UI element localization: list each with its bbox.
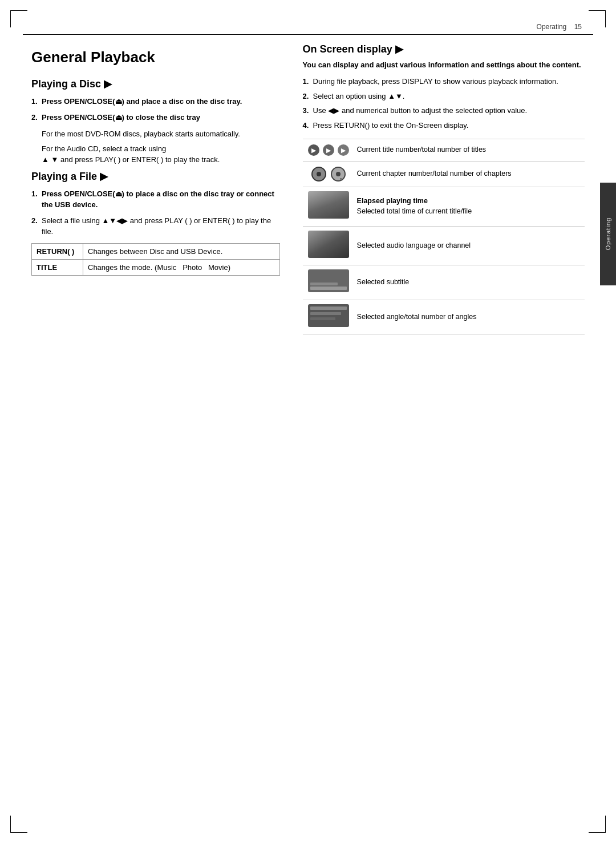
- disc-step-1: 1. Press OPEN/CLOSE(⏏) and place a disc …: [31, 96, 280, 107]
- table-val-return: Changes between Disc and USB Device.: [83, 243, 280, 259]
- corner-mark-bl: [10, 816, 27, 833]
- osd-desc-chapter: Current chapter number/total number of c…: [354, 162, 585, 187]
- file-steps-list: 1. Press OPEN/CLOSE(⏏) to place a disc o…: [31, 188, 280, 237]
- title-icon-2: ▶: [322, 143, 335, 157]
- osd-icon-title: ▶ ▶ ▶: [303, 139, 354, 162]
- svg-text:▶: ▶: [341, 147, 346, 154]
- header-page-number: 15: [574, 23, 582, 31]
- osd-elapsed-sub: Selected total time of current title/fil…: [357, 207, 472, 215]
- osd-desc-audio: Selected audio language or channel: [354, 226, 585, 265]
- table-key-title: TITLE: [32, 259, 83, 275]
- disc-note1: For the most DVD-ROM discs, playback sta…: [42, 128, 280, 140]
- page-container: Operating 15 4 Operating General Playbac…: [0, 0, 616, 843]
- osd-desc-elapsed: Elapsed playing time Selected total time…: [354, 187, 585, 227]
- title-icon-1: ▶: [307, 143, 321, 157]
- osd-icon-chapter: n: [303, 162, 354, 187]
- disc-step-1-text: Press OPEN/CLOSE(⏏) and place a disc on …: [42, 97, 242, 106]
- osd-desc-subtitle: Selected subtitle: [354, 265, 585, 300]
- osd-step-2-text: Select an option using ▲▼.: [313, 92, 405, 100]
- file-step-2: 2. Select a file using ▲▼◀▶ and press PL…: [31, 215, 280, 237]
- side-tab: Operating: [600, 183, 616, 285]
- table-key-return: RETURN( ): [32, 243, 83, 259]
- playing-file-title: Playing a File ▶: [31, 170, 280, 183]
- osd-step-2: 2. Select an option using ▲▼.: [303, 91, 585, 102]
- disc-steps-list: 1. Press OPEN/CLOSE(⏏) and place a disc …: [31, 96, 280, 123]
- osd-icon-elapsed: [303, 187, 354, 227]
- osd-step-3: 3. Use ◀▶ and numerical button to adjust…: [303, 105, 585, 116]
- osd-steps-list: 1. During file playback, press DISPLAY t…: [303, 76, 585, 131]
- side-tab-label: Operating: [605, 217, 611, 250]
- osd-icon-table: ▶ ▶ ▶: [303, 139, 585, 334]
- svg-point-9: [336, 172, 341, 176]
- osd-row-angle: Selected angle/total number of angles: [303, 300, 585, 334]
- main-content: General Playback Playing a Disc ▶ 1. Pre…: [31, 43, 585, 809]
- file-info-table: RETURN( ) Changes between Disc and USB D…: [31, 243, 280, 276]
- osd-row-elapsed: Elapsed playing time Selected total time…: [303, 187, 585, 227]
- disc-note2: For the Audio CD, select a track using▲ …: [42, 143, 280, 166]
- osd-desc-title: Current title number/total number of tit…: [354, 139, 585, 162]
- table-row-title: TITLE Changes the mode. (Music Photo Mov…: [32, 259, 280, 275]
- file-step-1-text: Press OPEN/CLOSE(⏏) to place a disc on t…: [42, 189, 274, 209]
- osd-icon-subtitle: [303, 265, 354, 300]
- svg-text:n: n: [340, 176, 342, 181]
- osd-icon-audio: [303, 226, 354, 265]
- right-column: On Screen display ▶ You can display and …: [297, 43, 585, 809]
- svg-text:▶: ▶: [326, 147, 331, 154]
- angle-thumbnail: [308, 304, 349, 327]
- chapter-icon-2: n: [330, 166, 347, 183]
- left-column: General Playback Playing a Disc ▶ 1. Pre…: [31, 43, 297, 809]
- top-rule: [23, 34, 593, 35]
- file-step-2-text: Select a file using ▲▼◀▶ and press PLAY …: [42, 216, 271, 236]
- osd-icon-angle: [303, 300, 354, 334]
- osd-title: On Screen display ▶: [303, 43, 585, 55]
- osd-elapsed-label: Elapsed playing time: [357, 197, 428, 205]
- audio-thumbnail: [308, 231, 349, 258]
- disc-step-2-text: Press OPEN/CLOSE(⏏) to close the disc tr…: [42, 113, 200, 122]
- osd-row-subtitle: Selected subtitle: [303, 265, 585, 300]
- title-icon-3: ▶: [337, 143, 350, 157]
- table-row-return: RETURN( ) Changes between Disc and USB D…: [32, 243, 280, 259]
- table-val-title: Changes the mode. (Music Photo Movie): [83, 259, 280, 275]
- osd-step-1-text: During file playback, press DISPLAY to s…: [313, 77, 558, 86]
- disc-step-2: 2. Press OPEN/CLOSE(⏏) to close the disc…: [31, 112, 280, 123]
- elapsed-thumbnail: [308, 191, 349, 219]
- osd-desc-angle: Selected angle/total number of angles: [354, 300, 585, 334]
- osd-row-audio: Selected audio language or channel: [303, 226, 585, 265]
- page-header: Operating 15: [537, 23, 582, 31]
- main-title: General Playback: [31, 49, 280, 66]
- subtitle-thumbnail: [308, 269, 349, 292]
- corner-mark-tr: [589, 10, 606, 27]
- osd-row-title: ▶ ▶ ▶: [303, 139, 585, 162]
- osd-step-4: 4. Press RETURN() to exit the On-Screen …: [303, 120, 585, 131]
- svg-point-7: [317, 172, 321, 176]
- corner-mark-br: [589, 816, 606, 833]
- chapter-icon-1: [310, 166, 327, 183]
- osd-intro: You can display and adjust various infor…: [303, 60, 585, 70]
- osd-step-4-text: Press RETURN() to exit the On-Screen dis…: [313, 121, 469, 130]
- playing-disc-title: Playing a Disc ▶: [31, 78, 280, 90]
- osd-step-1: 1. During file playback, press DISPLAY t…: [303, 76, 585, 87]
- corner-mark-tl: [10, 10, 27, 27]
- osd-step-3-text: Use ◀▶ and numerical button to adjust th…: [313, 106, 528, 115]
- svg-text:▶: ▶: [311, 147, 317, 154]
- header-section: Operating: [537, 23, 567, 31]
- file-step-1: 1. Press OPEN/CLOSE(⏏) to place a disc o…: [31, 188, 280, 211]
- osd-row-chapter: n Current chapter number/total number of…: [303, 162, 585, 187]
